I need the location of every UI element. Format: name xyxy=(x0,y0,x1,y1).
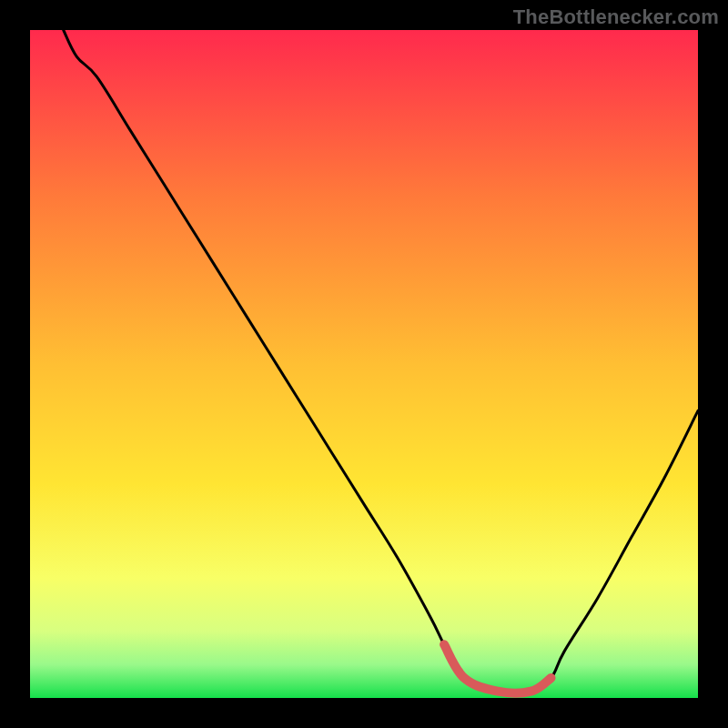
watermark-text: TheBottlenecker.com xyxy=(513,5,719,29)
chart-container: TheBottlenecker.com xyxy=(0,0,728,728)
bottleneck-chart xyxy=(0,0,728,728)
